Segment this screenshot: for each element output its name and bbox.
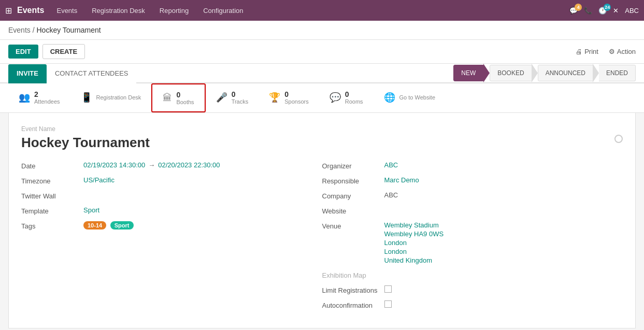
regdesk-label: Registration Desk — [96, 94, 141, 101]
autoconfirm-field: Autoconfirmation — [322, 300, 603, 309]
status-ended[interactable]: ENDED — [599, 65, 636, 81]
status-new[interactable]: NEW — [453, 65, 483, 81]
stat-tab-registration-desk[interactable]: 📱 Registration Desk — [70, 83, 152, 112]
template-value[interactable]: Sport — [83, 206, 99, 214]
chat-icon-badge[interactable]: 💬 4 — [569, 7, 578, 15]
autoconfirm-checkbox[interactable] — [384, 300, 392, 308]
apps-icon[interactable]: ⊞ — [5, 6, 12, 16]
chat-badge: 4 — [575, 4, 582, 11]
stat-tab-booths[interactable]: 🏛 0 Booths — [151, 83, 205, 112]
gear-icon: ⚙ — [609, 48, 615, 55]
booths-icon: 🏛 — [163, 93, 172, 104]
main-content: Event Name Hockey Tournament Date 02/19/… — [8, 113, 636, 328]
attendees-count: 2 — [34, 90, 60, 98]
nav-reporting[interactable]: Reporting — [158, 7, 191, 15]
website-field: Website — [322, 206, 603, 215]
tracks-count: 0 — [232, 90, 249, 98]
stat-tab-attendees[interactable]: 👥 2 Attendees — [8, 83, 70, 112]
timezone-value[interactable]: US/Pacific — [83, 176, 115, 184]
nav-events[interactable]: Events — [54, 7, 79, 15]
organizer-value[interactable]: ABC — [384, 161, 398, 169]
create-button[interactable]: CREATE — [42, 44, 85, 59]
exhibition-map-field: Exhibition Map — [322, 270, 603, 279]
sponsors-icon: 🏆 — [269, 92, 280, 103]
form-grid: Date 02/19/2023 14:30:00 → 02/20/2023 22… — [21, 161, 623, 315]
contact-attendees-tab[interactable]: CONTACT ATTENDEES — [47, 64, 137, 83]
date-field: Date 02/19/2023 14:30:00 → 02/20/2023 22… — [21, 161, 302, 170]
print-link[interactable]: 🖨 Print — [576, 48, 598, 55]
close-icon[interactable]: ✕ — [613, 7, 619, 15]
invite-tab[interactable]: INVITE — [8, 64, 47, 83]
breadcrumb-current: Hockey Tournament — [36, 26, 101, 34]
attendees-icon: 👥 — [19, 92, 30, 103]
limit-reg-label: Limit Registrations — [322, 285, 384, 294]
stat-tab-sponsors[interactable]: 🏆 0 Sponsors — [259, 83, 319, 112]
top-right-icons: 💬 4 📞 🕐 24 ✕ ABC — [569, 7, 639, 15]
breadcrumb-parent[interactable]: Events — [8, 26, 31, 34]
tags-label: Tags — [21, 221, 83, 230]
company-field: Company ABC — [322, 191, 603, 200]
phone-icon[interactable]: 📞 — [584, 7, 592, 15]
company-label: Company — [322, 191, 384, 200]
top-navigation: ⊞ Events Events Registration Desk Report… — [0, 0, 644, 21]
tracks-icon: 🎤 — [216, 92, 227, 103]
date-arrow: → — [148, 161, 155, 169]
venue-line1[interactable]: Wembley Stadium — [384, 221, 444, 229]
clock-icon-badge[interactable]: 🕐 24 — [598, 7, 607, 15]
tabs-bar: INVITE CONTACT ATTENDEES NEW BOOKED ANNO… — [0, 64, 644, 83]
action-link[interactable]: ⚙ Action — [609, 48, 636, 55]
tag-sport[interactable]: Sport — [110, 221, 134, 229]
regdesk-icon: 📱 — [81, 92, 92, 103]
stat-tab-tracks[interactable]: 🎤 0 Tracks — [206, 83, 259, 112]
venue-line4[interactable]: London — [384, 248, 444, 255]
venue-line2[interactable]: Wembley HA9 0WS — [384, 230, 444, 238]
twitter-wall-label: Twitter Wall — [21, 191, 83, 200]
stat-tabs-container: 👥 2 Attendees 📱 Registration Desk 🏛 0 Bo… — [0, 83, 644, 113]
status-radio[interactable] — [614, 135, 623, 143]
event-name-label: Event Name — [21, 125, 623, 133]
stat-tab-rooms[interactable]: 💬 0 Rooms — [319, 83, 374, 112]
timezone-field: Timezone US/Pacific — [21, 176, 302, 185]
venue-line3[interactable]: London — [384, 239, 444, 247]
print-icon: 🖨 — [576, 48, 582, 55]
sponsors-label: Sponsors — [284, 98, 308, 105]
tags-container: 10-14 Sport — [83, 221, 136, 229]
nav-configuration[interactable]: Configuration — [201, 7, 245, 15]
date-start[interactable]: 02/19/2023 14:30:00 — [83, 161, 145, 169]
venue-line5[interactable]: United Kingdom — [384, 256, 444, 264]
tracks-label: Tracks — [232, 98, 249, 105]
limit-reg-checkbox[interactable] — [384, 285, 392, 293]
nav-registration-desk[interactable]: Registration Desk — [90, 7, 147, 15]
date-end[interactable]: 02/20/2023 22:30:00 — [158, 161, 220, 169]
organizer-label: Organizer — [322, 161, 384, 170]
company-value: ABC — [384, 191, 398, 199]
responsible-value[interactable]: Marc Demo — [384, 176, 419, 184]
website-label: Website — [322, 206, 384, 215]
rooms-label: Rooms — [345, 98, 363, 105]
stat-tab-website[interactable]: 🌐 Go to Website — [374, 83, 446, 112]
rooms-icon: 💬 — [330, 92, 341, 103]
edit-button[interactable]: EDIT — [8, 45, 38, 59]
website-label: Go to Website — [399, 94, 436, 101]
organizer-field: Organizer ABC — [322, 161, 603, 170]
date-range: 02/19/2023 14:30:00 → 02/20/2023 22:30:0… — [83, 161, 220, 169]
form-left: Date 02/19/2023 14:30:00 → 02/20/2023 22… — [21, 161, 322, 315]
attendees-label: Attendees — [34, 98, 60, 105]
status-announced[interactable]: ANNOUNCED — [538, 65, 593, 81]
stat-tabs: 👥 2 Attendees 📱 Registration Desk 🏛 0 Bo… — [0, 83, 644, 112]
status-booked[interactable]: BOOKED — [490, 65, 532, 81]
timezone-label: Timezone — [21, 176, 83, 185]
twitter-wall-field: Twitter Wall — [21, 191, 302, 200]
responsible-label: Responsible — [322, 176, 384, 185]
nav-items: Events Registration Desk Reporting Confi… — [54, 7, 569, 15]
website-icon: 🌐 — [384, 92, 395, 103]
sponsors-count: 0 — [284, 90, 308, 98]
booths-label: Booths — [176, 99, 194, 105]
user-label: ABC — [625, 7, 639, 15]
date-label: Date — [21, 161, 83, 170]
limit-reg-field: Limit Registrations — [322, 285, 603, 294]
print-label: Print — [584, 48, 598, 55]
tag-10-14[interactable]: 10-14 — [83, 221, 106, 229]
venue-field: Venue Wembley Stadium Wembley HA9 0WS Lo… — [322, 221, 603, 264]
rooms-count: 0 — [345, 90, 363, 98]
